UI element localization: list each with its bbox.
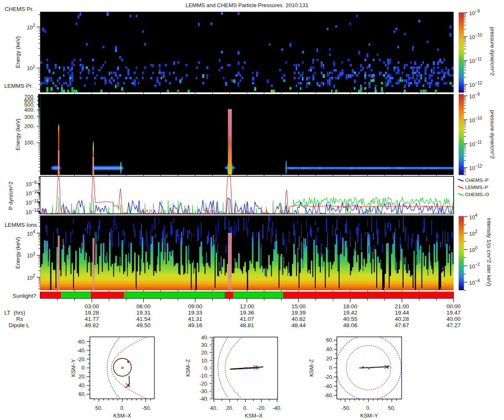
svg-text:41.77: 41.77 bbox=[85, 316, 99, 322]
svg-text:CHEMS–P: CHEMS–P bbox=[465, 178, 489, 183]
svg-text:LEMMS Ions: LEMMS Ions bbox=[5, 222, 37, 228]
svg-text:Energy (keV): Energy (keV) bbox=[15, 36, 21, 68]
svg-text:50.: 50. bbox=[95, 405, 102, 411]
svg-text:20.: 20. bbox=[226, 405, 233, 411]
svg-text:-30.: -30. bbox=[200, 388, 209, 394]
svg-text:LEMMS–P: LEMMS–P bbox=[465, 185, 488, 190]
svg-text:0.: 0. bbox=[120, 405, 124, 411]
svg-text:15:00: 15:00 bbox=[291, 303, 306, 310]
svg-text:41.54: 41.54 bbox=[136, 316, 151, 322]
svg-text:19.39: 19.39 bbox=[291, 310, 306, 316]
svg-text:0.: 0. bbox=[329, 365, 333, 371]
svg-text:47.27: 47.27 bbox=[446, 322, 461, 328]
svg-text:-40.: -40. bbox=[200, 396, 209, 402]
svg-text:Dipole L: Dipole L bbox=[8, 322, 29, 328]
svg-text:700.: 700. bbox=[24, 94, 35, 100]
svg-text:-20.: -20. bbox=[257, 405, 266, 411]
svg-text:48.81: 48.81 bbox=[240, 322, 254, 328]
svg-text:Sunlight?: Sunlight? bbox=[13, 293, 36, 299]
svg-text:19.31: 19.31 bbox=[136, 310, 151, 316]
svg-text:30.: 30. bbox=[201, 342, 208, 348]
svg-text:47.67: 47.67 bbox=[395, 322, 409, 328]
svg-text:CHEMS Pr.: CHEMS Pr. bbox=[5, 6, 34, 12]
svg-text:20.: 20. bbox=[326, 356, 333, 362]
svg-text:03:00: 03:00 bbox=[85, 303, 99, 310]
svg-text:40.28: 40.28 bbox=[395, 316, 409, 322]
svg-text:-20.: -20. bbox=[200, 381, 209, 387]
svg-text:pressure dyne/cm^2: pressure dyne/cm^2 bbox=[489, 110, 496, 159]
svg-text:19.44: 19.44 bbox=[395, 310, 409, 316]
svg-text:KSM–Y: KSM–Y bbox=[360, 413, 378, 419]
svg-text:20.: 20. bbox=[79, 374, 86, 380]
svg-text:KSM–Z: KSM–Z bbox=[309, 359, 315, 377]
svg-text:P dyn/cm^2: P dyn/cm^2 bbox=[8, 181, 14, 210]
svg-text:48.44: 48.44 bbox=[291, 322, 306, 328]
svg-text:19.36: 19.36 bbox=[240, 310, 254, 316]
svg-text:40.55: 40.55 bbox=[343, 316, 357, 322]
svg-text:12:00: 12:00 bbox=[240, 303, 254, 310]
svg-text:19.42: 19.42 bbox=[343, 310, 357, 316]
svg-text:-20.: -20. bbox=[324, 374, 333, 380]
svg-text:49.16: 49.16 bbox=[188, 322, 202, 328]
svg-text:Energy (keV): Energy (keV) bbox=[15, 118, 21, 150]
svg-text:40.: 40. bbox=[326, 346, 333, 352]
svg-text:-10.: -10. bbox=[200, 373, 209, 379]
svg-text:pressure dyne/cm^2: pressure dyne/cm^2 bbox=[489, 27, 496, 76]
svg-text:60.: 60. bbox=[79, 391, 86, 397]
svg-text:0.: 0. bbox=[204, 365, 208, 371]
svg-text:40.: 40. bbox=[201, 335, 208, 341]
svg-text:-40.: -40. bbox=[324, 383, 333, 389]
svg-text:-40.: -40. bbox=[77, 348, 86, 354]
svg-text:18:00: 18:00 bbox=[343, 303, 357, 310]
svg-text:-20.: -20. bbox=[77, 357, 86, 362]
svg-text:KSM–X: KSM–X bbox=[113, 413, 131, 419]
svg-text:0.: 0. bbox=[243, 405, 247, 411]
svg-text:50.: 50. bbox=[388, 405, 395, 411]
svg-text:41.31: 41.31 bbox=[188, 316, 202, 322]
svg-text:49.82: 49.82 bbox=[85, 322, 99, 328]
svg-text:intensity 1/(s cm^2 ster keV): intensity 1/(s cm^2 ster keV) bbox=[486, 218, 492, 286]
svg-text:00:00: 00:00 bbox=[446, 303, 461, 310]
svg-text:06:00: 06:00 bbox=[136, 303, 151, 310]
svg-text:KSM–X: KSM–X bbox=[245, 413, 263, 419]
svg-text:LEMMS and CHEMS Particle Press: LEMMS and CHEMS Particle Pressures 2010:… bbox=[186, 2, 309, 8]
svg-text:40.: 40. bbox=[210, 405, 218, 411]
svg-text:-60.: -60. bbox=[324, 393, 333, 399]
svg-text:Rs: Rs bbox=[16, 316, 24, 322]
svg-text:21:00: 21:00 bbox=[395, 303, 409, 310]
svg-text:0.: 0. bbox=[81, 365, 86, 371]
svg-text:300.: 300. bbox=[24, 114, 35, 120]
svg-text:19.47: 19.47 bbox=[446, 310, 461, 316]
svg-text:41.07: 41.07 bbox=[240, 316, 254, 322]
svg-text:09:00: 09:00 bbox=[188, 303, 202, 310]
svg-text:20.: 20. bbox=[201, 350, 208, 356]
svg-text:-50.: -50. bbox=[142, 405, 151, 411]
svg-text:49.50: 49.50 bbox=[136, 322, 151, 328]
svg-text:0.: 0. bbox=[366, 405, 370, 411]
svg-text:LT (hrs): LT (hrs) bbox=[4, 310, 25, 316]
svg-text:-40.: -40. bbox=[273, 405, 282, 411]
svg-text:100.: 100. bbox=[24, 139, 35, 146]
svg-text:Energy (keV): Energy (keV) bbox=[15, 237, 21, 269]
svg-text:200.: 200. bbox=[24, 123, 35, 129]
svg-text:KSM–Y: KSM–Y bbox=[71, 359, 76, 377]
svg-text:10.: 10. bbox=[201, 358, 208, 364]
svg-text:60.: 60. bbox=[326, 337, 333, 343]
svg-text:40.: 40. bbox=[79, 383, 86, 388]
svg-text:19.28: 19.28 bbox=[85, 310, 99, 316]
svg-text:CHEMS–O: CHEMS–O bbox=[465, 192, 489, 197]
svg-text:KSM–Z: KSM–Z bbox=[185, 359, 191, 377]
svg-text:48.06: 48.06 bbox=[343, 322, 357, 328]
svg-text:19.33: 19.33 bbox=[188, 310, 202, 316]
svg-text:40.00: 40.00 bbox=[446, 316, 461, 322]
svg-text:LEMMS Pr.: LEMMS Pr. bbox=[4, 83, 33, 89]
svg-text:-60.: -60. bbox=[77, 339, 86, 345]
svg-text:40.82: 40.82 bbox=[291, 316, 306, 322]
svg-text:-50.: -50. bbox=[341, 405, 351, 411]
